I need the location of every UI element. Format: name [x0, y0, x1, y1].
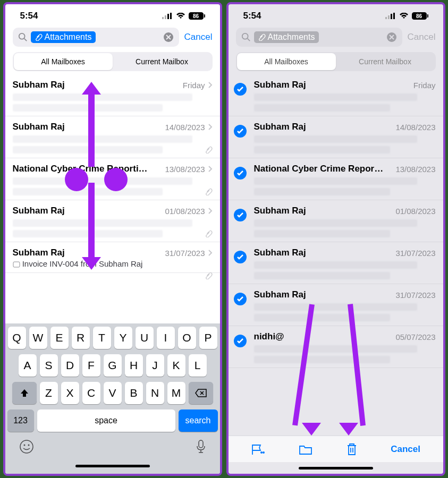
- email-row[interactable]: National Cyber Crime Repor… 13/08/2023: [229, 158, 443, 200]
- battery-icon: 86: [189, 12, 205, 20]
- search-field[interactable]: Attachments: [13, 28, 179, 47]
- trash-button[interactable]: [345, 442, 358, 456]
- svg-rect-3: [170, 13, 172, 19]
- search-chip-attachments[interactable]: Attachments: [254, 31, 319, 43]
- segmented-control[interactable]: All Mailboxes Current Mailbox: [236, 52, 436, 71]
- segmented-control[interactable]: All Mailboxes Current Mailbox: [13, 52, 213, 71]
- move-button[interactable]: [298, 443, 313, 456]
- key-m[interactable]: M: [167, 382, 185, 404]
- email-row[interactable]: Subham Raj Friday: [5, 74, 220, 116]
- email-preview: [13, 188, 163, 195]
- email-row[interactable]: Subham Raj 01/08/2023: [5, 200, 220, 242]
- search-field[interactable]: Attachments: [236, 28, 402, 47]
- email-date: 13/08/2023: [165, 165, 212, 174]
- backspace-key[interactable]: [189, 382, 213, 404]
- key-w[interactable]: W: [29, 327, 47, 349]
- key-c[interactable]: C: [82, 382, 100, 404]
- search-icon: [241, 32, 251, 42]
- key-q[interactable]: Q: [8, 327, 26, 349]
- keyboard[interactable]: QWERTYUIOP ASDFGHJKL ZXCVBNM 123 space s…: [5, 323, 220, 474]
- sender-name: Subham Raj: [254, 80, 306, 90]
- email-row[interactable]: Subham Raj 01/08/2023: [229, 200, 443, 242]
- checkbox-checked[interactable]: [234, 293, 247, 305]
- email-list[interactable]: Subham Raj Friday Subham Raj 14/08/2023 …: [5, 74, 220, 309]
- clear-icon[interactable]: [163, 32, 174, 42]
- tab-all-mailboxes[interactable]: All Mailboxes: [14, 53, 113, 70]
- email-row[interactable]: Subham Raj 14/08/2023: [229, 116, 443, 158]
- toolbar-cancel[interactable]: Cancel: [391, 444, 420, 455]
- key-u[interactable]: U: [136, 327, 154, 349]
- key-l[interactable]: L: [189, 354, 207, 377]
- annotation-arrowhead: [302, 423, 321, 436]
- checkbox-checked[interactable]: [234, 83, 247, 96]
- cancel-button[interactable]: Cancel: [408, 32, 436, 42]
- shift-key[interactable]: [12, 382, 37, 404]
- checkbox-checked[interactable]: [234, 209, 247, 221]
- email-row[interactable]: Subham Raj Friday: [229, 74, 443, 116]
- email-preview: [13, 219, 192, 227]
- clear-icon[interactable]: [386, 32, 397, 42]
- search-key[interactable]: search: [179, 409, 218, 432]
- email-preview: [254, 93, 418, 101]
- email-date: 31/07/2023: [165, 249, 212, 258]
- sender-name: Subham Raj: [13, 247, 65, 258]
- svg-rect-0: [162, 17, 164, 19]
- key-x[interactable]: X: [61, 382, 79, 404]
- mark-button[interactable]: [251, 443, 266, 456]
- tab-current-mailbox[interactable]: Current Mailbox: [336, 53, 435, 70]
- key-y[interactable]: Y: [114, 327, 132, 349]
- svg-line-17: [247, 39, 250, 41]
- cancel-button[interactable]: Cancel: [184, 32, 213, 42]
- email-preview: [254, 303, 418, 311]
- svg-point-4: [19, 33, 24, 39]
- status-time: 5:54: [243, 11, 261, 21]
- emoji-icon[interactable]: [19, 439, 34, 454]
- chip-label: Attachments: [268, 32, 315, 42]
- key-g[interactable]: G: [104, 354, 122, 377]
- email-date: Friday: [413, 81, 436, 90]
- email-row[interactable]: Subham Raj 31/07/2023 Invoice INV-004 fr…: [5, 242, 220, 273]
- email-date: 01/08/2023: [395, 207, 435, 216]
- tab-current-mailbox[interactable]: Current Mailbox: [113, 53, 212, 70]
- email-preview: [254, 230, 391, 237]
- key-z[interactable]: Z: [40, 382, 58, 404]
- status-bar: 5:54 86: [5, 4, 220, 24]
- email-row[interactable]: nidhi@ 05/07/2023: [229, 326, 443, 368]
- search-chip-attachments[interactable]: Attachments: [31, 31, 96, 43]
- checkbox-checked[interactable]: [234, 125, 247, 138]
- svg-rect-15: [393, 13, 395, 19]
- key-n[interactable]: N: [146, 382, 164, 404]
- key-e[interactable]: E: [50, 327, 69, 349]
- annotation-arrowhead: [339, 423, 358, 436]
- checkbox-checked[interactable]: [234, 251, 247, 263]
- key-d[interactable]: D: [61, 354, 79, 377]
- key-b[interactable]: B: [125, 382, 143, 404]
- key-f[interactable]: F: [82, 354, 100, 377]
- key-t[interactable]: T: [93, 327, 111, 349]
- email-list[interactable]: Subham Raj Friday Subham Raj 14/08/2023 …: [229, 74, 443, 436]
- email-row[interactable]: Subham Raj 14/08/2023: [5, 116, 220, 158]
- sender-name: Subham Raj: [254, 122, 306, 132]
- email-preview: [13, 104, 163, 112]
- key-h[interactable]: H: [125, 354, 143, 377]
- checkbox-checked[interactable]: [234, 167, 247, 180]
- key-k[interactable]: K: [167, 354, 185, 377]
- key-j[interactable]: J: [146, 354, 164, 377]
- checkbox-checked[interactable]: [234, 335, 247, 347]
- key-p[interactable]: P: [199, 327, 217, 349]
- numeric-key[interactable]: 123: [7, 409, 34, 432]
- key-r[interactable]: R: [72, 327, 90, 349]
- email-row[interactable]: Subham Raj 31/07/2023: [229, 284, 443, 326]
- mic-icon[interactable]: [196, 439, 206, 454]
- svg-rect-13: [388, 15, 390, 19]
- tab-all-mailboxes[interactable]: All Mailboxes: [237, 53, 336, 70]
- space-key[interactable]: space: [37, 409, 175, 432]
- email-row[interactable]: Subham Raj 31/07/2023: [229, 242, 443, 284]
- home-indicator[interactable]: [75, 465, 150, 467]
- key-a[interactable]: A: [19, 354, 37, 377]
- home-indicator[interactable]: [299, 467, 373, 470]
- key-v[interactable]: V: [104, 382, 122, 404]
- key-s[interactable]: S: [40, 354, 58, 377]
- key-i[interactable]: I: [157, 327, 175, 349]
- key-o[interactable]: O: [178, 327, 196, 349]
